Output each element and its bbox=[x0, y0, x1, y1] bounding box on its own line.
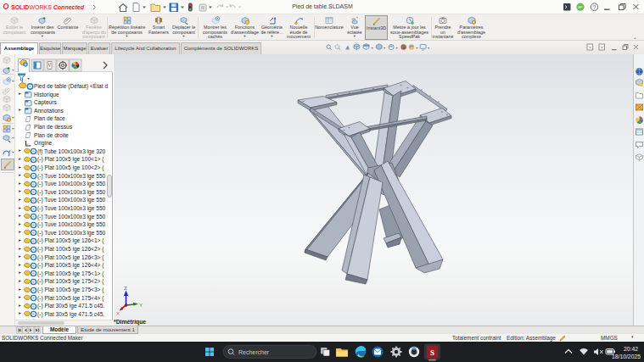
svg-text:Z: Z bbox=[124, 286, 127, 291]
svg-text:20:42: 20:42 bbox=[624, 346, 638, 352]
svg-text:SOLIDWORKS Connected: SOLIDWORKS Connected bbox=[11, 4, 85, 10]
svg-text:18/10/2025: 18/10/2025 bbox=[612, 354, 641, 359]
svg-text:BP: BP bbox=[578, 5, 583, 9]
svg-text:?: ? bbox=[593, 4, 596, 10]
svg-text:Y: Y bbox=[139, 303, 143, 308]
svg-text:S: S bbox=[430, 348, 434, 357]
svg-text:Rechercher: Rechercher bbox=[238, 349, 270, 355]
svg-text:X: X bbox=[116, 311, 120, 316]
